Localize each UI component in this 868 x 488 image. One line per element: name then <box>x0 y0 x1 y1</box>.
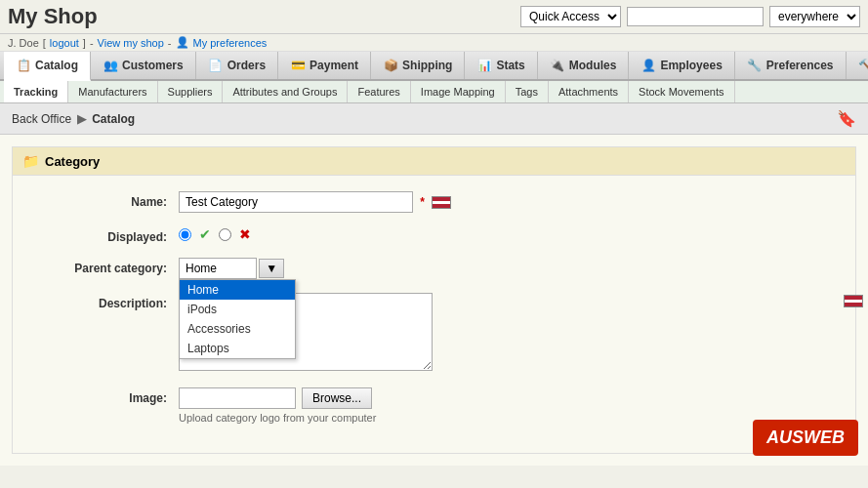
image-path-input[interactable] <box>179 387 296 409</box>
dropdown-option-home[interactable]: Home <box>180 280 295 300</box>
parent-category-label: Parent category: <box>32 258 179 275</box>
nav-tab-tools[interactable]: 🔨 Tools <box>847 52 868 79</box>
parent-category-dropdown: Home iPods Accessories Laptops <box>179 279 296 359</box>
content-area: 📁 Category Name: * Displayed: ✔ <box>0 135 868 466</box>
category-title: Category <box>45 154 100 169</box>
nav-tab-preferences[interactable]: 🔧 Preferences <box>735 52 847 79</box>
desc-flag-icon <box>844 295 863 307</box>
user-icon: 👤 <box>176 36 189 49</box>
breadcrumb-catalog: Catalog <box>92 112 135 126</box>
search-input[interactable] <box>627 7 764 26</box>
shipping-icon: 📦 <box>383 58 398 73</box>
modules-icon: 🔌 <box>550 58 565 73</box>
everywhere-select[interactable]: everywhere <box>769 6 860 27</box>
top-right: Quick Access everywhere <box>520 6 860 27</box>
catalog-icon: 📋 <box>16 58 31 73</box>
quick-access-select[interactable]: Quick Access <box>520 6 621 27</box>
displayed-control: ✔ ✖ <box>179 226 836 242</box>
tools-icon: 🔨 <box>858 58 868 73</box>
nav-tab-shipping[interactable]: 📦 Shipping <box>371 52 465 79</box>
folder-icon: 📁 <box>22 153 39 169</box>
ausweb-logo: AUSWEB <box>753 420 858 456</box>
breadcrumb-icon: 🔖 <box>837 109 856 128</box>
sub-nav-tracking[interactable]: Tracking <box>4 81 68 102</box>
sub-nav-attachments[interactable]: Attachments <box>549 81 629 102</box>
breadcrumb-back-office: Back Office <box>12 112 71 126</box>
category-header: 📁 Category <box>13 147 855 176</box>
sub-nav-attributes[interactable]: Attributes and Groups <box>223 81 348 102</box>
username-label: J. Doe <box>8 37 39 49</box>
displayed-yes-radio[interactable] <box>179 228 191 241</box>
description-label: Description: <box>32 293 179 310</box>
sub-nav-manufacturers[interactable]: Manufacturers <box>68 81 157 102</box>
nav-tab-payment[interactable]: 💳 Payment <box>278 52 371 79</box>
breadcrumb: Back Office ▶ Catalog 🔖 <box>0 103 868 135</box>
nav-tab-customers[interactable]: 👥 Customers <box>91 52 196 79</box>
displayed-row: Displayed: ✔ ✖ <box>32 226 836 244</box>
breadcrumb-separator: ▶ <box>77 112 86 126</box>
checkmark-icon: ✔ <box>199 226 211 242</box>
nav-tab-stats[interactable]: 📊 Stats <box>465 52 537 79</box>
parent-category-input[interactable] <box>179 258 257 279</box>
stats-icon: 📊 <box>476 58 492 73</box>
view-my-shop-link[interactable]: View my shop <box>98 37 164 49</box>
name-label: Name: <box>32 191 179 209</box>
us-flag-icon <box>432 196 451 209</box>
nav-tab-catalog[interactable]: 📋 Catalog <box>4 52 91 81</box>
displayed-label: Displayed: <box>32 226 179 244</box>
user-bar: J. Doe [ logout ] - View my shop - 👤 My … <box>0 34 868 52</box>
top-bar: My Shop Quick Access everywhere <box>0 0 868 34</box>
browse-button[interactable]: Browse... <box>302 387 372 409</box>
dropdown-option-ipods[interactable]: iPods <box>180 300 295 319</box>
category-body: Name: * Displayed: ✔ ✖ Parent <box>13 176 855 453</box>
parent-category-wrap: ▼ Home iPods Accessories Laptops <box>179 258 284 279</box>
logout-link[interactable]: logout <box>50 37 79 49</box>
sub-nav: Tracking Manufacturers Suppliers Attribu… <box>0 81 868 103</box>
employees-icon: 👤 <box>641 58 656 73</box>
customers-icon: 👥 <box>103 58 118 73</box>
sub-nav-tags[interactable]: Tags <box>506 81 549 102</box>
nav-tab-employees[interactable]: 👤 Employees <box>629 52 734 79</box>
name-control: * <box>179 191 836 213</box>
displayed-no-radio[interactable] <box>219 228 231 241</box>
category-box: 📁 Category Name: * Displayed: ✔ <box>12 146 856 454</box>
sub-nav-stock-movements[interactable]: Stock Movements <box>629 81 734 102</box>
image-label: Image: <box>32 387 179 405</box>
image-row: Image: Browse... Upload category logo fr… <box>32 387 836 424</box>
upload-hint: Upload category logo from your computer <box>179 412 836 424</box>
image-control: Browse... Upload category logo from your… <box>179 387 836 424</box>
main-nav: 📋 Catalog 👥 Customers 📄 Orders 💳 Payment… <box>0 52 868 81</box>
sub-nav-image-mapping[interactable]: Image Mapping <box>411 81 506 102</box>
name-row: Name: * <box>32 191 836 213</box>
preferences-icon: 🔧 <box>747 58 763 73</box>
parent-category-dropdown-button[interactable]: ▼ <box>259 259 284 278</box>
my-preferences-link[interactable]: My preferences <box>193 37 268 49</box>
sub-nav-features[interactable]: Features <box>348 81 410 102</box>
name-input[interactable] <box>179 191 413 213</box>
nav-tab-orders[interactable]: 📄 Orders <box>196 52 278 79</box>
description-row: Description: <box>32 293 836 374</box>
sub-nav-suppliers[interactable]: Suppliers <box>158 81 224 102</box>
parent-category-row: Parent category: ▼ Home iPods Accessorie… <box>32 258 836 279</box>
nav-tab-modules[interactable]: 🔌 Modules <box>538 52 630 79</box>
quick-access-wrap: Quick Access <box>520 6 621 27</box>
dropdown-option-laptops[interactable]: Laptops <box>180 339 295 358</box>
parent-category-control: ▼ Home iPods Accessories Laptops <box>179 258 836 279</box>
dropdown-option-accessories[interactable]: Accessories <box>180 319 295 339</box>
cross-icon: ✖ <box>239 226 251 242</box>
orders-icon: 📄 <box>208 58 224 73</box>
required-star: * <box>420 195 425 209</box>
payment-icon: 💳 <box>290 58 306 73</box>
shop-title: My Shop <box>8 4 98 29</box>
